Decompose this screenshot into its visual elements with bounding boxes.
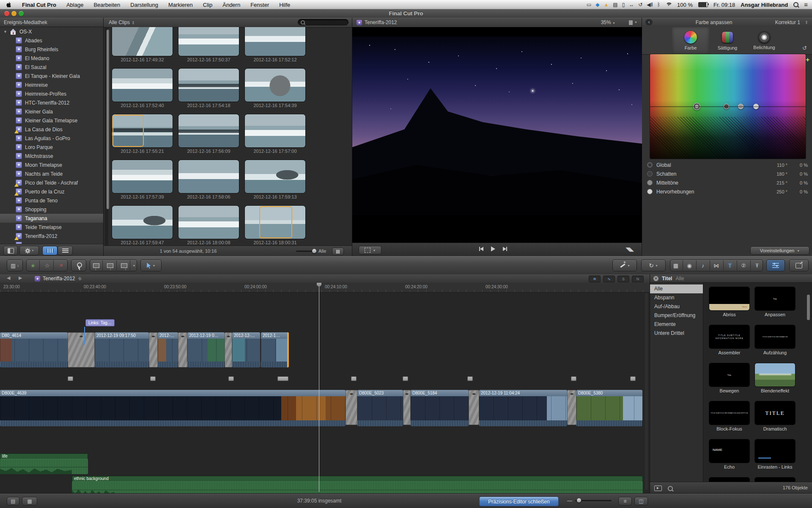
event-item[interactable]: ★ Teide Timelapse [0, 223, 103, 232]
playhead-line[interactable] [319, 283, 319, 492]
generators-browser-icon[interactable]: ② [737, 260, 751, 271]
keyboard-overlay-button[interactable]: ▦ [22, 497, 37, 505]
select-tool-button[interactable]: ▼ [140, 260, 162, 271]
event-item[interactable]: ★ HTC-Teneriffa-2012 [0, 98, 103, 107]
clip-thumbnail[interactable]: 2012-12-16 17:52:40 [112, 69, 173, 110]
clip-thumbnail[interactable]: 2012-12-16 17:54:18 [178, 69, 239, 110]
timeline-clip[interactable]: 2012-12-… [232, 332, 260, 367]
presets-button[interactable]: Voreinstellungen▼ [750, 246, 809, 255]
timeline-clip[interactable] [68, 332, 95, 367]
event-item[interactable]: ★ Heimreise [0, 80, 103, 89]
title-template[interactable]: TITLE SUBTITLE INFORMATION Aufzählung [755, 325, 795, 363]
connected-clip-collapsed[interactable] [630, 376, 636, 381]
preview-icon[interactable] [654, 486, 662, 491]
edit-options-chevron[interactable]: ▼ [132, 260, 137, 271]
append-edit-button[interactable]: ↓ [118, 260, 130, 271]
audio-clip-ethnic-background[interactable]: ethnic background [72, 476, 643, 493]
menu-clock[interactable]: Fr. 09:18 [713, 2, 735, 8]
title-thumbnail[interactable]: TION [709, 478, 749, 482]
title-thumbnail[interactable]: Name [709, 287, 749, 310]
skimming-toggle[interactable]: ≋ [589, 276, 601, 282]
clip-height-button[interactable]: ◫ [634, 497, 648, 505]
title-template[interactable]: TION [709, 478, 749, 482]
clip-thumbnail[interactable]: 2012-12-16 17:58:06 [178, 160, 239, 202]
timeline-zoom-slider[interactable] [575, 500, 612, 501]
slider-knob[interactable] [312, 249, 316, 253]
spotlight-icon[interactable] [793, 2, 798, 7]
connected-clip-collapsed[interactable] [277, 376, 288, 381]
titles-scope-label[interactable]: Alle [675, 276, 684, 282]
project-history-icon[interactable]: ≋ [76, 275, 83, 282]
color-puck[interactable] [738, 104, 743, 109]
reset-correction-icon[interactable]: ↺ [802, 45, 807, 51]
apple-menu-icon[interactable] [6, 1, 12, 8]
connect-edit-button[interactable]: ↓ [90, 260, 103, 271]
connected-clip-collapsed[interactable] [467, 376, 473, 381]
color-puck[interactable] [724, 104, 729, 109]
titles-category[interactable]: Bumper/Eröffnung [650, 311, 703, 320]
hue-angle-value[interactable]: 250 ° [776, 187, 787, 197]
titles-category[interactable]: Untere Drittel [650, 329, 703, 338]
filmstrip-view-button[interactable] [42, 246, 58, 255]
connected-clip-collapsed[interactable] [351, 376, 357, 381]
slider-knob[interactable] [577, 498, 581, 502]
title-thumbnail[interactable] [755, 363, 795, 387]
event-item[interactable]: ★ Abades [0, 36, 103, 45]
close-precision-editor-button[interactable]: Präzisions-Editor schließen [479, 497, 559, 506]
title-template[interactable]: TITLE Dramatisch [755, 401, 795, 439]
clip-filmstrip-image[interactable] [112, 160, 173, 193]
transitions-browser-icon[interactable]: ⋈ [710, 260, 724, 271]
timeline-clip[interactable] [149, 332, 158, 367]
project-tab[interactable]: ★ Teneriffa-2012 ≋ [35, 274, 82, 283]
title-template[interactable]: Blendeneffekt [755, 363, 795, 401]
timeline-clip[interactable] [403, 390, 411, 425]
title-template[interactable] [755, 478, 795, 482]
user-menu[interactable]: Ansgar Hillebrand [741, 2, 788, 8]
titles-browser-icon[interactable]: T [724, 260, 737, 271]
clip-filmstrip-image[interactable] [112, 69, 173, 102]
themes-browser-icon[interactable]: Ŧ [751, 260, 764, 271]
bluetooth-icon[interactable]: ᛒ [657, 2, 660, 8]
titles-category[interactable]: Elemente [650, 320, 703, 329]
scrollbar-thumb[interactable] [107, 30, 109, 209]
event-item[interactable]: ★ El Tanque - Kleiner Gala [0, 72, 103, 80]
clip-search-field[interactable] [298, 19, 348, 25]
menu-item[interactable]: Hilfe [279, 2, 290, 8]
percent-value[interactable]: 0 % [800, 187, 808, 197]
event-item[interactable]: ★ Burg Rheinfels [0, 45, 103, 54]
event-item[interactable]: ★ [0, 240, 103, 244]
thumbnail-zoom-slider[interactable] [296, 251, 315, 252]
airplay-icon[interactable]: ▤ [613, 2, 617, 8]
previous-frame-button[interactable] [479, 247, 483, 251]
clip-filmstrip-image[interactable] [245, 160, 305, 193]
clip-filmstrip-image[interactable] [178, 27, 239, 56]
clip-filter-dropdown[interactable]: Alle Clips▲▼ [109, 18, 134, 27]
search-input[interactable] [307, 19, 347, 25]
connected-clip-collapsed[interactable] [571, 376, 576, 381]
timeline-clip[interactable]: D800E_5023 [357, 390, 403, 426]
close-browser-icon[interactable]: ✕ [653, 276, 658, 281]
effects-browser-icon[interactable]: ▦ [669, 260, 683, 271]
timeline-clip[interactable]: D800E_5184 [411, 390, 469, 426]
event-item[interactable]: ★ Moon Timelapse [0, 160, 103, 169]
clip-filmstrip-image[interactable] [245, 114, 305, 147]
clip-browser-scrollbar[interactable] [105, 27, 108, 246]
event-item[interactable]: ★ La Casa de Dios [0, 125, 103, 134]
clip-filmstrip-image[interactable] [178, 69, 239, 102]
audio-skimming-toggle[interactable]: ∿ [603, 276, 615, 282]
zoom-window-button[interactable] [19, 11, 24, 16]
event-item[interactable]: ★ Kleiner Gala [0, 107, 103, 116]
menu-item[interactable]: Ändern [222, 2, 240, 8]
viewer-display-options-dropdown[interactable]: ▼ [629, 18, 637, 27]
event-item[interactable]: ★ Las Aguilas - GoPro [0, 134, 103, 143]
share-button[interactable] [789, 260, 809, 271]
title-thumbnail[interactable]: TITLE SUBTITLE INFORMATION [755, 325, 795, 348]
color-puck[interactable] [693, 103, 700, 110]
connected-clip-collapsed[interactable] [150, 376, 156, 381]
timeline-clip[interactable]: D800E_5380 [576, 390, 642, 426]
clip-filmstrip-image[interactable] [112, 206, 173, 239]
viewer-zoom-dropdown[interactable]: 35% ▼ [601, 18, 615, 28]
title-template[interactable]: TITLE SUBTITLE INFORMATION DESCRIPTION B… [709, 401, 749, 439]
notification-center-icon[interactable]: ≡ [804, 0, 808, 9]
correction-selector[interactable]: Korrektur 1 [775, 18, 800, 27]
